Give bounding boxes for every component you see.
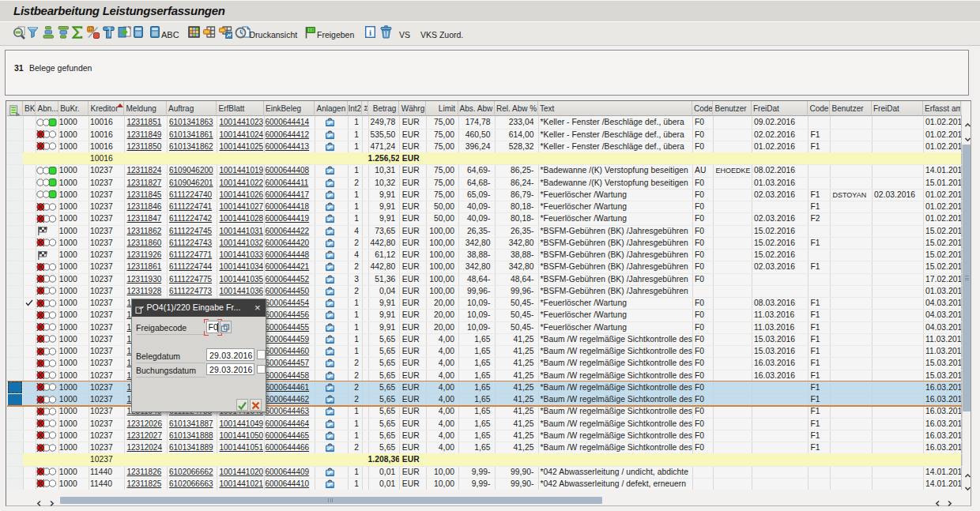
svg-text:12: 12 xyxy=(88,26,94,32)
svg-text:i: i xyxy=(369,28,371,37)
